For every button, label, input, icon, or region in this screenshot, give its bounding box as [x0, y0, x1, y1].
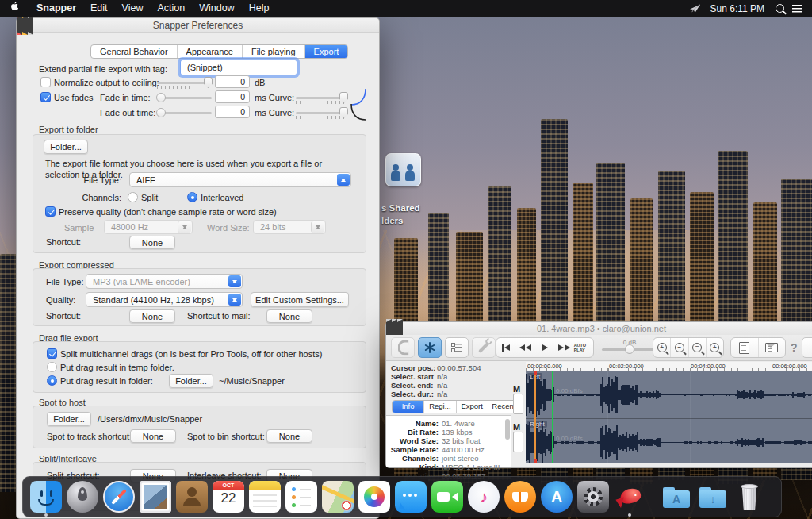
split-multichannel-checkbox[interactable]: [47, 348, 57, 359]
apple-menu[interactable]: [0, 0, 29, 17]
fade-out-slider[interactable]: [158, 112, 212, 114]
dock-item-calendar[interactable]: OCT22: [213, 481, 244, 513]
slider-thumb[interactable]: [156, 93, 166, 102]
waveform-display[interactable]: Left 0.00 dBfs Right 0.00 dBfs: [526, 371, 812, 463]
waveform-right-channel[interactable]: Right 0.00 dBfs: [526, 419, 812, 463]
split-radio[interactable]: [128, 192, 138, 202]
menu-action[interactable]: Action: [150, 0, 192, 17]
dock-item-notes[interactable]: [249, 481, 281, 513]
notification-center-icon[interactable]: [790, 2, 804, 16]
dock-item-mail[interactable]: [140, 481, 171, 513]
player-tab-regi[interactable]: Regi...: [424, 401, 456, 413]
preserve-quality-checkbox[interactable]: [45, 206, 56, 217]
dock-item-ibooks[interactable]: [504, 481, 536, 513]
dock-item-launchpad[interactable]: [67, 481, 98, 513]
dock-item-messages[interactable]: [395, 481, 427, 513]
slider-thumb[interactable]: [156, 108, 166, 117]
menu-edit[interactable]: Edit: [83, 0, 115, 17]
dock-item-reminders[interactable]: [285, 481, 317, 513]
left-channel-fader[interactable]: [513, 394, 523, 414]
compressed-file-type-popup[interactable]: MP3 (via LAME encoder): [86, 274, 243, 289]
mute-left-label[interactable]: M: [513, 384, 520, 394]
link-magnet-button[interactable]: [391, 337, 415, 358]
folder-button[interactable]: Folder...: [44, 140, 88, 154]
extend-tag-input[interactable]: (Snippet): [180, 60, 297, 75]
fast-forward-button[interactable]: [554, 338, 573, 357]
quality-popup[interactable]: Standard (44100 Hz, 128 kbps): [86, 292, 243, 307]
slider-thumb[interactable]: [625, 344, 634, 354]
dock-item-photos[interactable]: [358, 481, 390, 513]
spot-track-none-button[interactable]: None: [130, 429, 176, 443]
dock-item-snapper[interactable]: •: [614, 481, 645, 513]
dock-item-contacts[interactable]: [176, 481, 208, 513]
tab-general-behavior[interactable]: General Behavior: [91, 45, 178, 58]
menu-window[interactable]: Window: [192, 0, 241, 17]
info-scrollbar[interactable]: [505, 419, 510, 440]
fade-out-curve-slider[interactable]: [296, 112, 347, 114]
tools-button[interactable]: [472, 337, 496, 358]
fade-in-curve-slider[interactable]: [296, 97, 347, 99]
fade-in-value-field[interactable]: 0: [215, 90, 250, 103]
tab-file-playing[interactable]: File playing: [243, 45, 305, 58]
edit-custom-settings-button[interactable]: Edit Custom Settings...: [251, 292, 349, 307]
tab-export[interactable]: Export: [305, 45, 348, 58]
desktop-shared-folder-icon[interactable]: [385, 153, 421, 186]
export-to-file-button[interactable]: [731, 338, 759, 357]
dock-item-appstore[interactable]: A: [541, 481, 573, 513]
normalize-slider[interactable]: [157, 82, 211, 84]
in-folder-radio[interactable]: [47, 375, 57, 386]
player-tab-export[interactable]: Export: [457, 401, 488, 413]
interleaved-radio[interactable]: [187, 192, 197, 202]
sample-rate-popup[interactable]: 48000 Hz: [104, 220, 193, 234]
dock-item-folder-apps[interactable]: A: [661, 481, 692, 513]
menu-view[interactable]: View: [115, 0, 151, 17]
play-button[interactable]: [535, 338, 554, 357]
fade-out-value-field[interactable]: 0: [215, 106, 250, 118]
paper-plane-menu-extra-icon[interactable]: [688, 2, 703, 16]
dock-item-trash[interactable]: [733, 481, 765, 513]
use-fades-checkbox[interactable]: [40, 92, 51, 102]
mute-right-label[interactable]: M: [513, 422, 520, 432]
temp-folder-radio[interactable]: [47, 362, 57, 372]
spotlight-search-icon[interactable]: [772, 2, 787, 16]
normalize-value-field[interactable]: 0: [215, 75, 250, 88]
zoom-out-button[interactable]: −: [671, 338, 688, 357]
zoom-custom-button[interactable]: +: [707, 338, 723, 357]
zoom-fit-button[interactable]: =: [689, 338, 707, 357]
dock-item-facetime[interactable]: [431, 481, 463, 513]
drag-folder-button[interactable]: Folder...: [169, 374, 213, 388]
menu-bar-clock[interactable]: Sun 6:11 PM: [706, 3, 769, 14]
normalize-checkbox[interactable]: [40, 77, 51, 87]
volume-slider[interactable]: [602, 348, 657, 351]
dock-item-sysprefs[interactable]: [577, 481, 609, 513]
rewind-button[interactable]: [515, 338, 534, 357]
marker-list-button[interactable]: [445, 337, 469, 358]
clipped-toolbar-button[interactable]: [802, 337, 812, 358]
dock-item-maps[interactable]: [322, 481, 354, 513]
file-type-popup[interactable]: AIFF: [129, 172, 351, 187]
right-channel-fader[interactable]: [513, 432, 523, 452]
playhead[interactable]: [552, 371, 553, 463]
spot-folder-button[interactable]: Folder...: [47, 412, 91, 426]
dock-item-folder-downloads[interactable]: ↓: [697, 481, 729, 513]
player-tab-info[interactable]: Info: [393, 401, 424, 413]
edit-cursor[interactable]: [534, 371, 536, 463]
help-button[interactable]: ?: [791, 341, 798, 354]
word-size-popup[interactable]: 24 bits: [253, 220, 326, 234]
go-to-start-button[interactable]: [496, 338, 515, 357]
spot-bin-none-button[interactable]: None: [266, 429, 312, 443]
fade-in-slider[interactable]: [158, 97, 212, 99]
shortcut-none-button[interactable]: None: [129, 236, 175, 249]
player-title-bar[interactable]: 01. 4ware.mp3 • claro@union.net: [386, 322, 812, 336]
zoom-in-button[interactable]: +: [653, 338, 671, 357]
dock-item-safari[interactable]: [103, 481, 135, 513]
export-to-mail-button[interactable]: [759, 338, 786, 357]
preferences-title-bar[interactable]: Snapper Preferences: [17, 18, 379, 33]
dock-item-itunes[interactable]: ♪: [468, 481, 500, 513]
freeze-button[interactable]: [418, 337, 442, 358]
waveform-left-channel[interactable]: Left 0.00 dBfs: [526, 371, 812, 418]
menu-snapper[interactable]: Snapper: [29, 0, 83, 17]
dock-item-finder[interactable]: [30, 481, 62, 513]
shortcut-to-mail-none-button[interactable]: None: [266, 309, 312, 323]
tab-appearance[interactable]: Appearance: [178, 45, 243, 58]
